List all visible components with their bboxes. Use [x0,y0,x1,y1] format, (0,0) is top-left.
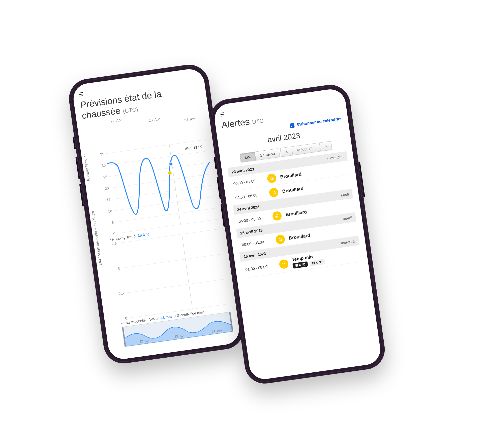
alert-time: 00:00 - 03:00 [242,238,272,247]
day-header-dow: mardi [343,215,353,221]
next-button[interactable]: > [319,141,332,151]
tab-week[interactable]: Semaine [255,149,280,160]
plot-area[interactable] [118,229,230,318]
date-tick: 23. Apr [148,117,160,122]
date-tick: 22. Apr [110,118,122,123]
alert-time: 04:00 - 05:00 [238,215,269,224]
side-button [79,184,84,206]
legend-value: 28.6 °c [137,232,150,237]
y-axis-label: Runway Temp. °c [83,153,90,181]
date-tick: 24. Apr [184,117,196,122]
side-button [73,136,76,149]
y-tick: 7.5 [109,241,117,246]
y-tick: 0 [119,316,128,321]
y-tick: 35 [96,152,104,157]
y-tick: 2.5 [116,291,124,296]
day-header-date: 23 avril 2023 [231,167,254,174]
day-header-dow: dimanche [327,154,344,161]
runway-temp-curve [106,139,217,227]
side-button [358,162,365,197]
today-button[interactable]: Aujourd'hui [291,143,320,155]
day-header-dow: mercredi [341,239,356,245]
page-title-tz: (UTC) [123,106,138,114]
alert-time: 00:00 - 01:00 [233,177,263,186]
plot-area[interactable] [106,139,218,233]
y-tick: 10 [104,209,112,214]
page-title-tz: UTC [252,117,264,125]
rss-icon [290,123,295,128]
view-segmented-control: List Semaine [239,148,280,163]
y-tick: 30 [98,163,106,168]
day-header-date: 26 avril 2023 [243,251,266,259]
fog-icon [269,187,279,198]
legend-value: 0.1 mm [159,314,172,320]
current-time-line [182,234,193,309]
tab-list[interactable]: List [240,152,256,162]
page-title-text: Alertes [221,116,250,130]
alert-list: 23 avril 2023dimanche00:00 - 01:00Brouil… [228,151,362,278]
svg-point-0 [291,126,292,127]
prev-button[interactable]: < [280,147,293,157]
temp-pill-dark: ⊞ 4 °C [292,261,308,268]
y-tick: 5 [112,266,120,271]
y-tick: 5 [106,220,114,225]
side-button [75,156,80,179]
day-header-dow: lundi [341,192,349,197]
fog-icon [272,211,282,221]
alert-time: 02:00 - 06:00 [235,191,265,200]
fog-icon [275,234,286,245]
alert-time: 01:00 - 05:00 [245,263,276,272]
runway-temp-chart[interactable]: 22. Apr 23. Apr 24. Apr Runway Temp. °c … [83,107,218,236]
y-tick: 20 [101,186,109,191]
day-header-date: 24 avril 2023 [237,204,260,212]
temp-pill-light: ⊟ 4 °C [309,259,325,266]
y-tick: 0 [107,231,115,236]
water-ice-chart[interactable]: Eau / Neige résiduelle – Ice / Snow 7.55… [100,229,229,320]
y-tick: 15 [103,197,111,202]
fog-icon [267,173,277,183]
day-header-date: 25 avril 2023 [240,228,263,235]
temp-icon [279,259,289,269]
y-tick: 25 [100,175,108,180]
temp-pills: ⊞ 4 °C⊟ 4 °C [292,254,358,268]
